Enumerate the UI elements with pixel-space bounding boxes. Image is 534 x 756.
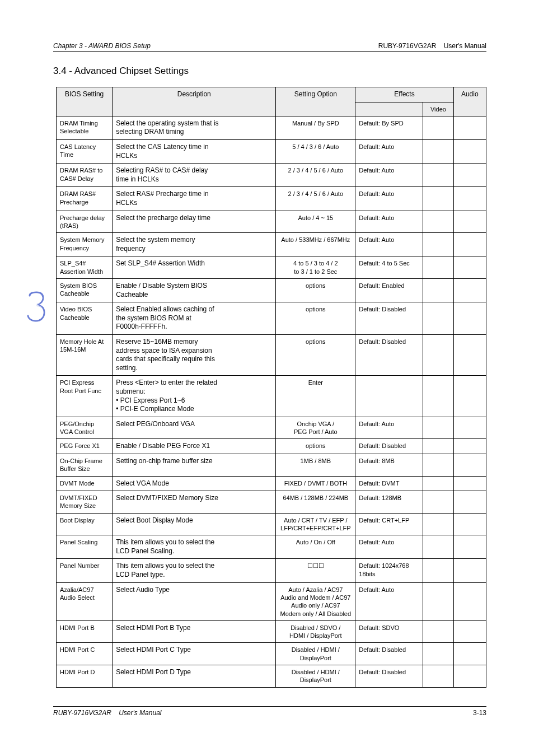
table-row: DRAM RAS# PrechargeSelect RAS# Precharge… <box>57 187 486 211</box>
header-right: RUBY-9716VG2AR User's Manual <box>378 42 486 50</box>
cell-effects: Default: Auto <box>355 211 423 233</box>
cell-video <box>423 376 453 417</box>
cell-video <box>423 116 453 139</box>
cell-audio <box>453 164 486 187</box>
cell-audio <box>453 476 486 491</box>
cell-setting: Memory Hole At 15M-16M <box>57 334 113 375</box>
cell-setting: Video BIOS Cacheable <box>57 302 113 335</box>
cell-audio <box>453 582 486 620</box>
cell-setting: SLP_S4# Assertion Width <box>57 256 113 279</box>
cell-effects: Default: 4 to 5 Sec <box>355 256 423 279</box>
cell-audio <box>453 140 486 164</box>
cell-effects: Default: 128MB <box>355 491 423 514</box>
table-row: PEG Force X1Enable / Disable PEG Force X… <box>57 439 486 454</box>
cell-option: options <box>276 334 355 375</box>
cell-description: Set SLP_S4# Assertion Width <box>113 256 276 279</box>
cell-audio <box>453 559 486 582</box>
cell-audio <box>453 643 486 665</box>
cell-video <box>423 211 453 233</box>
table-row: Precharge delay (tRAS)Select the prechar… <box>57 211 486 233</box>
cell-video <box>423 559 453 582</box>
cell-audio <box>453 491 486 514</box>
cell-effects: Default: Auto <box>355 187 423 211</box>
table-row: Panel NumberThis item allows you to sele… <box>57 559 486 582</box>
cell-effects: Default: Disabled <box>355 439 423 454</box>
cell-description: Select the precharge delay time <box>113 211 276 233</box>
cell-effects: Default: Auto <box>355 164 423 187</box>
cell-video <box>423 256 453 279</box>
cell-description: This item allows you to select the LCD P… <box>113 559 276 582</box>
cell-option: options <box>276 279 355 302</box>
cell-setting: Panel Number <box>57 559 113 582</box>
cell-video <box>423 164 453 187</box>
cell-option: Auto / 4 ~ 15 <box>276 211 355 233</box>
cell-option: options <box>276 302 355 335</box>
cell-option: Disabled / SDVO / HDMI / DisplayPort <box>276 620 355 643</box>
cell-description: Press <Enter> to enter the related subme… <box>113 376 276 417</box>
cell-audio <box>453 256 486 279</box>
cell-video <box>423 454 453 476</box>
footer-right: 3-13 <box>473 709 486 717</box>
cell-setting: PEG/Onchip VGA Control <box>57 417 113 439</box>
cell-effects: Default: Enabled <box>355 279 423 302</box>
th-audio: Audio <box>453 87 486 116</box>
cell-description: Select HDMI Port C Type <box>113 643 276 665</box>
cell-setting: DVMT/FIXED Memory Size <box>57 491 113 514</box>
cell-video <box>423 439 453 454</box>
cell-video <box>423 233 453 256</box>
cell-setting: Azalia/AC97 Audio Select <box>57 582 113 620</box>
cell-option: 2 / 3 / 4 / 5 / 6 / Auto <box>276 164 355 187</box>
cell-setting: CAS Latency Time <box>57 140 113 164</box>
th-video: Video <box>423 102 453 116</box>
table-row: SLP_S4# Assertion WidthSet SLP_S4# Asser… <box>57 256 486 279</box>
cell-description: Select HDMI Port D Type <box>113 665 276 688</box>
cell-audio <box>453 665 486 688</box>
cell-setting: DRAM RAS# to CAS# Delay <box>57 164 113 187</box>
cell-audio <box>453 211 486 233</box>
cell-description: Select RAS# Precharge time in HCLKs <box>113 187 276 211</box>
cell-audio <box>453 334 486 375</box>
table-row: Azalia/AC97 Audio SelectSelect Audio Typ… <box>57 582 486 620</box>
cell-description: Select Enabled allows caching of the sys… <box>113 302 276 335</box>
cell-option: 4 to 5 / 3 to 4 / 2 to 3 / 1 to 2 Sec <box>276 256 355 279</box>
cell-video <box>423 334 453 375</box>
table-row: HDMI Port BSelect HDMI Port B TypeDisabl… <box>57 620 486 643</box>
cell-effects: Default: Auto <box>355 582 423 620</box>
cell-description: Reserve 15~16MB memory address space to … <box>113 334 276 375</box>
table-row: CAS Latency TimeSelect the CAS Latency t… <box>57 140 486 164</box>
cell-effects: Default: By SPD <box>355 116 423 139</box>
th-bios-setting: BIOS Setting <box>57 87 113 116</box>
cell-audio <box>453 187 486 211</box>
cell-description: Select VGA Mode <box>113 476 276 491</box>
cell-description: Select PEG/Onboard VGA <box>113 417 276 439</box>
cell-audio <box>453 302 486 335</box>
cell-video <box>423 665 453 688</box>
cell-video <box>423 535 453 559</box>
cell-option: 5 / 4 / 3 / 6 / Auto <box>276 140 355 164</box>
table-row: DRAM Timing SelectableSelect the operati… <box>57 116 486 139</box>
cell-description: Setting on-chip frame buffer size <box>113 454 276 476</box>
cell-audio <box>453 454 486 476</box>
cell-effects: Default: DVMT <box>355 476 423 491</box>
cell-video <box>423 140 453 164</box>
cell-video <box>423 476 453 491</box>
cell-video <box>423 187 453 211</box>
section-title: 3.4 - Advanced Chipset Settings <box>53 66 486 77</box>
cell-video <box>423 491 453 514</box>
cell-effects: Default: Disabled <box>355 302 423 335</box>
table-row: Panel ScalingThis item allows you to sel… <box>57 535 486 559</box>
cell-audio <box>453 233 486 256</box>
cell-setting: PCI Express Root Port Func <box>57 376 113 417</box>
cell-description: Select Boot Display Mode <box>113 513 276 535</box>
cell-setting: HDMI Port D <box>57 665 113 688</box>
cell-video <box>423 513 453 535</box>
table-row: Memory Hole At 15M-16MReserve 15~16MB me… <box>57 334 486 375</box>
cell-option: options <box>276 439 355 454</box>
cell-video <box>423 620 453 643</box>
cell-option: Manual / By SPD <box>276 116 355 139</box>
cell-description: Select DVMT/FIXED Memory Size <box>113 491 276 514</box>
table-row: On-Chip Frame Buffer SizeSetting on-chip… <box>57 454 486 476</box>
cell-description: Select the CAS Latency time in HCLKs <box>113 140 276 164</box>
cell-setting: Precharge delay (tRAS) <box>57 211 113 233</box>
table-row: DRAM RAS# to CAS# DelaySelecting RAS# to… <box>57 164 486 187</box>
